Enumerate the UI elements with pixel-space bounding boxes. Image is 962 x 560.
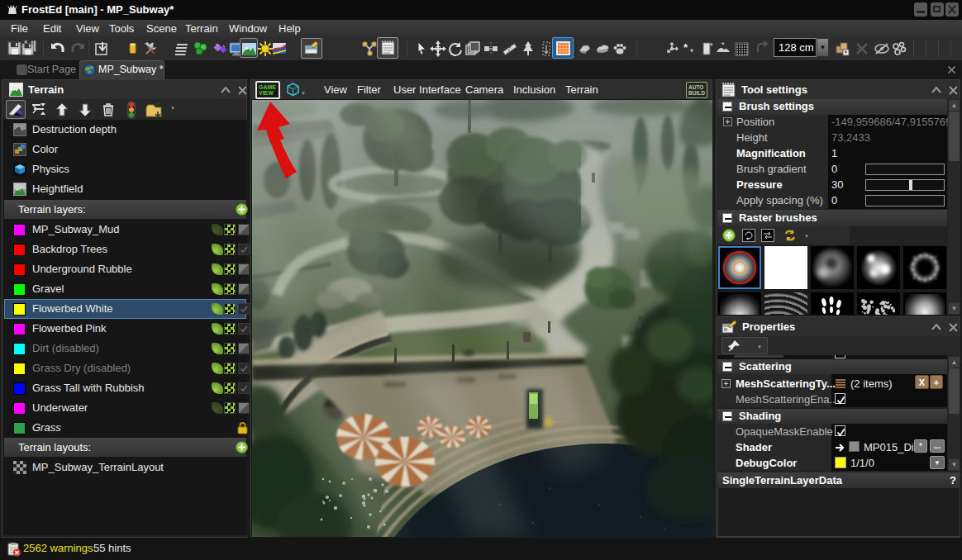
svg-text:*: * — [683, 41, 688, 54]
svg-text:*: * — [690, 48, 693, 57]
svg-text:*: * — [710, 41, 713, 50]
svg-text:*: * — [722, 40, 725, 49]
